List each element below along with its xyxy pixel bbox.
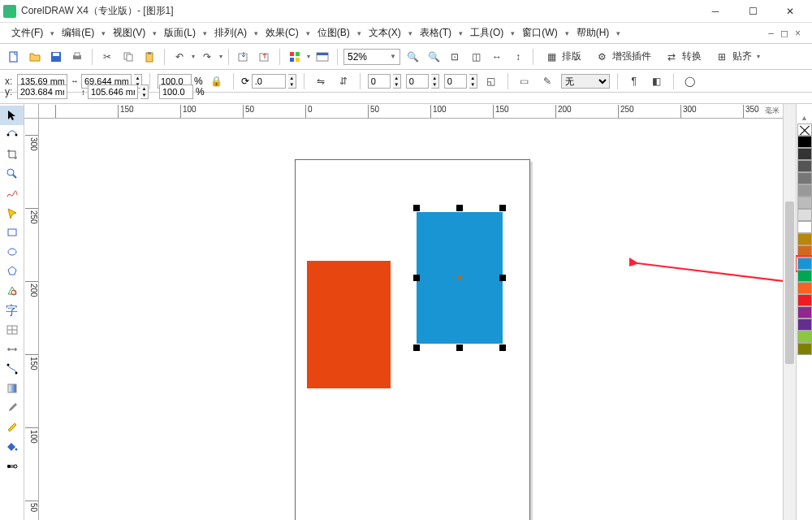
menu-file[interactable]: 文件(F) [6, 24, 48, 42]
zoom-width-icon[interactable]: ↔ [488, 48, 506, 66]
color-swatch[interactable] [797, 197, 812, 209]
outline-pen-icon[interactable]: ✎ [538, 72, 556, 90]
plugin-label[interactable]: 增强插件 [612, 50, 651, 63]
pick-tool[interactable] [0, 106, 24, 125]
plugin-icon[interactable]: ⚙ [593, 48, 611, 66]
copy-icon[interactable] [119, 48, 137, 66]
color-swatch[interactable] [797, 221, 812, 233]
menu-tools[interactable]: 工具(O) [465, 24, 508, 42]
menu-edit[interactable]: 编辑(E) [57, 24, 99, 42]
freehand-tool[interactable] [0, 184, 24, 203]
selection-handle-w[interactable] [413, 275, 420, 281]
color-swatch[interactable] [797, 331, 812, 343]
zoom-in-icon[interactable]: 🔍 [404, 48, 421, 66]
connector-tool[interactable] [0, 359, 24, 379]
mdi-minimize-icon[interactable]: – [768, 28, 774, 39]
selection-handle-se[interactable] [499, 344, 506, 351]
spin2-input[interactable] [406, 74, 429, 89]
color-swatch[interactable] [797, 245, 812, 258]
export-icon[interactable] [256, 48, 274, 66]
menu-bitmap[interactable]: 位图(B) [313, 24, 355, 42]
smart-fill-tool[interactable] [0, 203, 24, 223]
outline-width-select[interactable]: 无 [561, 74, 610, 89]
color-swatch[interactable] [797, 160, 812, 172]
convert-icon[interactable]: ⇄ [663, 48, 680, 66]
zoom-fit-icon[interactable]: ⊡ [446, 48, 464, 66]
ruler-origin[interactable] [24, 104, 39, 119]
mdi-restore-icon[interactable]: ◻ [780, 28, 788, 39]
menu-help[interactable]: 帮助(H) [572, 24, 615, 42]
color-swatch[interactable] [797, 209, 812, 221]
cut-icon[interactable]: ✂ [98, 48, 116, 66]
welcome-icon[interactable] [313, 48, 331, 66]
height-input[interactable] [88, 84, 138, 99]
interactive-fill-tool[interactable] [0, 457, 24, 476]
canvas[interactable]: 毫米 15010050050100150200250300350 3002502… [24, 104, 783, 520]
zoom-out-icon[interactable]: 🔍 [425, 48, 443, 66]
selection-center-icon[interactable]: ✕ [456, 274, 464, 282]
fill-tool[interactable] [0, 437, 24, 457]
orange-rectangle-shape[interactable] [307, 261, 391, 388]
behind-fill-icon[interactable]: ◧ [648, 72, 666, 90]
menu-layout[interactable]: 版面(L) [159, 24, 201, 42]
zoom-height-icon[interactable]: ↕ [509, 48, 527, 66]
selection-handle-nw[interactable] [413, 205, 420, 211]
new-icon[interactable] [5, 48, 23, 66]
menu-text[interactable]: 文本(X) [364, 24, 406, 42]
color-swatch[interactable] [797, 233, 812, 245]
color-swatch[interactable] [797, 343, 812, 355]
paste-icon[interactable] [140, 48, 158, 66]
minimize-button[interactable]: ─ [697, 0, 734, 23]
color-swatch[interactable] [797, 148, 812, 160]
height-spinner[interactable]: ▲▼ [140, 84, 149, 99]
crop-tool[interactable] [0, 145, 24, 164]
layout-icon[interactable]: ▦ [542, 48, 560, 66]
palette-scroll-up[interactable]: ▲ [797, 114, 812, 124]
save-icon[interactable] [47, 48, 65, 66]
scale-y-input[interactable] [159, 84, 193, 99]
menu-view[interactable]: 视图(V) [108, 24, 150, 42]
scrollbar-thumb[interactable] [785, 202, 794, 364]
menu-table[interactable]: 表格(T) [415, 24, 456, 42]
rotation-spinner[interactable]: ▲▼ [288, 74, 296, 89]
text-tool[interactable]: 字 [0, 301, 24, 320]
color-swatch[interactable] [797, 258, 812, 270]
open-icon[interactable] [26, 48, 44, 66]
drawing-area[interactable]: ✕ [39, 119, 783, 520]
undo-icon[interactable]: ↶ [171, 48, 188, 66]
color-swatch[interactable] [797, 306, 812, 318]
close-button[interactable]: ✕ [771, 0, 809, 23]
maximize-button[interactable]: ☐ [734, 0, 771, 23]
menu-effects[interactable]: 效果(C) [261, 24, 304, 42]
color-swatch[interactable] [797, 136, 812, 148]
wrap-text-icon[interactable]: ¶ [625, 72, 643, 90]
to-front-icon[interactable]: ▭ [516, 72, 533, 90]
shape-tool[interactable] [0, 125, 24, 145]
app-launcher-icon[interactable] [286, 48, 304, 66]
table-tool[interactable] [0, 320, 24, 340]
interactive-tool[interactable] [0, 379, 24, 398]
horizontal-ruler[interactable]: 毫米 15010050050100150200250300350 [39, 104, 783, 119]
selection-handle-e[interactable] [499, 275, 506, 281]
color-swatch[interactable] [797, 318, 812, 331]
redo-icon[interactable]: ↷ [198, 48, 216, 66]
dimension-tool[interactable] [0, 340, 24, 359]
menu-arrange[interactable]: 排列(A) [209, 24, 252, 42]
zoom-tool[interactable] [0, 164, 24, 184]
zoom-page-icon[interactable]: ◫ [467, 48, 485, 66]
color-swatch[interactable] [797, 294, 812, 306]
rotation-input[interactable] [252, 74, 286, 89]
selection-handle-n[interactable] [456, 205, 463, 211]
rectangle-tool[interactable] [0, 223, 24, 242]
color-swatch[interactable] [797, 270, 812, 282]
corner-icon[interactable]: ◱ [482, 72, 500, 90]
menu-window[interactable]: 窗口(W) [517, 24, 562, 42]
spin1-input[interactable] [368, 74, 391, 89]
color-swatch[interactable] [797, 172, 812, 184]
selection-handle-sw[interactable] [413, 344, 420, 351]
ellipse-tool[interactable] [0, 242, 24, 262]
snap-label[interactable]: 贴齐 [732, 50, 752, 63]
snap-icon[interactable]: ⊞ [713, 48, 731, 66]
print-icon[interactable] [68, 48, 86, 66]
vertical-ruler[interactable]: 30025020015010050 [24, 119, 39, 520]
